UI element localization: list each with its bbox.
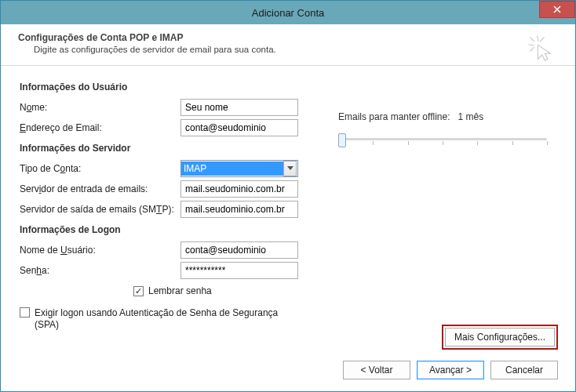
offline-label: Emails para manter offline: [338, 111, 450, 122]
label-name: Nome: [20, 102, 180, 113]
cancel-button[interactable]: Cancelar [490, 361, 558, 379]
username-field[interactable] [180, 241, 298, 259]
label-username: Nome de Usuário: [20, 245, 180, 256]
label-incoming-server: Servidor de entrada de emails: [20, 183, 180, 194]
spa-label: Exigir logon usando Autenticação de Senh… [35, 307, 302, 331]
title-bar: Adicionar Conta [1, 1, 575, 24]
next-button[interactable]: Avançar > [417, 361, 484, 379]
offline-value: 1 mês [458, 111, 484, 122]
remember-password-label: Lembrar senha [148, 285, 212, 296]
label-outgoing-server: Servidor de saída de emails (SMTP): [20, 204, 196, 215]
back-button[interactable]: < Voltar [343, 361, 410, 379]
close-icon [553, 5, 561, 13]
footer-buttons: < Voltar Avançar > Cancelar [343, 361, 558, 379]
section-logon-info: Informações de Logon [20, 224, 556, 235]
slider-thumb[interactable] [338, 133, 346, 147]
spa-checkbox[interactable] [20, 307, 30, 318]
section-user-info: Informações do Usuário [20, 82, 556, 93]
offline-group: Emails para manter offline: 1 mês [338, 111, 550, 151]
name-field[interactable] [180, 99, 298, 116]
content-area: Informações do Usuário Nome: Endereço de… [1, 66, 575, 390]
account-type-value: IMAP [181, 162, 283, 176]
email-field[interactable] [180, 119, 298, 136]
slider-track [338, 138, 547, 140]
account-type-select[interactable]: IMAP [180, 160, 298, 177]
offline-slider[interactable] [338, 130, 547, 151]
header-title: Configurações de Conta POP e IMAP [18, 32, 558, 43]
remember-password-checkbox[interactable] [133, 286, 144, 296]
label-email: Endereço de Email: [20, 122, 180, 133]
incoming-server-field[interactable] [180, 180, 298, 198]
outgoing-server-field[interactable] [180, 201, 298, 218]
close-button[interactable] [539, 1, 575, 18]
chevron-down-icon[interactable] [283, 161, 297, 176]
window-title: Adicionar Conta [252, 7, 325, 19]
label-password: Senha: [20, 265, 180, 276]
password-field[interactable] [180, 262, 298, 279]
cursor-star-icon [527, 34, 555, 62]
header-subtitle: Digite as configurações de servidor de e… [18, 45, 558, 54]
more-settings-button[interactable]: Mais Configurações... [445, 328, 555, 347]
header-banner: Configurações de Conta POP e IMAP Digite… [1, 24, 575, 66]
label-account-type: Tipo de Conta: [20, 163, 180, 174]
